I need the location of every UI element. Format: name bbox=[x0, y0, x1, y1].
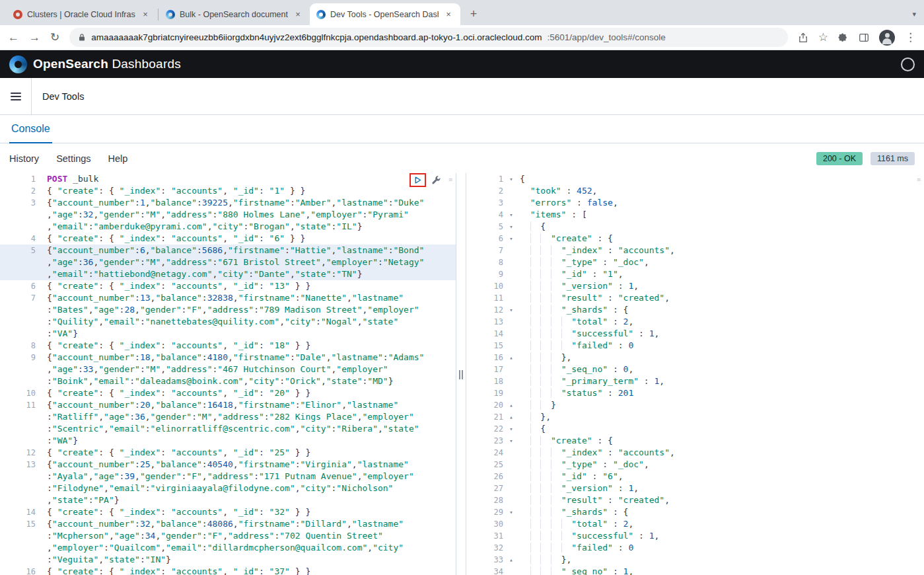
request-editor-line[interactable]: 12{ "create": { "_index": "accounts", "_… bbox=[0, 447, 456, 459]
request-editor-line[interactable]: ,"email":"amberduke@pyrami.com","city":"… bbox=[0, 221, 456, 233]
forward-icon[interactable]: → bbox=[29, 32, 40, 43]
request-editor-line[interactable]: :"Filodyne","email":"virginiaayala@filod… bbox=[0, 482, 456, 494]
request-editor-line[interactable]: 9{"account_number":18,"balance":4180,"fi… bbox=[0, 352, 456, 364]
request-editor-line[interactable]: 14{ "create": { "_index": "accounts", "_… bbox=[0, 506, 456, 518]
tab-search-chevron-icon[interactable]: ▾ bbox=[912, 10, 916, 19]
request-editor-line[interactable]: 6{ "create": { "_index": "accounts", "_i… bbox=[0, 280, 456, 292]
extensions-puzzle-icon[interactable] bbox=[838, 32, 849, 43]
browser-menu-icon[interactable]: ⋮ bbox=[905, 32, 916, 43]
request-editor-line[interactable]: :"Quility","email":"nanettebates@quility… bbox=[0, 316, 456, 328]
request-editor-line[interactable]: 8{ "create": { "_index": "accounts", "_i… bbox=[0, 340, 456, 352]
response-editor-line[interactable]: 27 "_version" : 1, bbox=[466, 482, 924, 494]
reload-icon[interactable]: ↻ bbox=[50, 32, 59, 43]
hamburger-menu-icon[interactable] bbox=[0, 78, 32, 114]
profile-avatar[interactable] bbox=[879, 30, 895, 46]
fold-toggle-icon[interactable]: ▴ bbox=[506, 554, 516, 566]
request-editor-line[interactable]: 16{ "create": { "_index": "accounts", "_… bbox=[0, 566, 456, 575]
request-editor-line[interactable]: 4{ "create": { "_index": "accounts", "_i… bbox=[0, 233, 456, 245]
resize-handle-icon[interactable] bbox=[459, 370, 463, 379]
response-editor-line[interactable]: 12▾ "_shards" : { bbox=[466, 304, 924, 316]
response-editor-line[interactable]: 25 "_type" : "_doc", bbox=[466, 459, 924, 471]
response-editor-line[interactable]: 3 "errors" : false, bbox=[466, 197, 924, 209]
fold-toggle-icon[interactable]: ▾ bbox=[506, 221, 516, 233]
response-editor-line[interactable]: 28 "result" : "created", bbox=[466, 494, 924, 506]
response-editor-line[interactable]: 33▴ }, bbox=[466, 554, 924, 566]
response-editor-line[interactable]: 10 "_version" : 1, bbox=[466, 280, 924, 292]
request-options-wrench-icon[interactable] bbox=[431, 175, 441, 185]
request-editor-line[interactable]: ,"age":36,"gender":"M","address":"671 Br… bbox=[0, 256, 456, 268]
response-editor-line[interactable]: 18 "_primary_term" : 1, bbox=[466, 375, 924, 387]
response-editor-line[interactable]: 4▾ "items" : [ bbox=[466, 209, 924, 221]
response-editor-line[interactable]: 5▾ { bbox=[466, 221, 924, 233]
new-tab-button[interactable]: + bbox=[464, 5, 483, 24]
menu-settings[interactable]: Settings bbox=[56, 153, 90, 164]
response-editor-line[interactable]: 20▴ } bbox=[466, 399, 924, 411]
theme-toggle-icon[interactable] bbox=[901, 58, 915, 71]
request-editor-line[interactable]: :"Bates","age":28,"gender":"F","address"… bbox=[0, 304, 456, 316]
request-editor-line[interactable]: ,"age":33,"gender":"M","address":"467 Hu… bbox=[0, 364, 456, 375]
split-resizer[interactable] bbox=[456, 173, 466, 575]
side-panel-icon[interactable] bbox=[859, 32, 869, 43]
fold-toggle-icon[interactable]: ▴ bbox=[506, 352, 516, 364]
request-editor-line[interactable]: :"VA"} bbox=[0, 328, 456, 340]
request-editor-line[interactable]: 3{"account_number":1,"balance":39225,"fi… bbox=[0, 197, 456, 209]
response-editor[interactable]: 1▾{2 "took" : 452,3 "errors" : false,4▾ … bbox=[466, 173, 924, 575]
response-editor-line[interactable]: 9 "_id" : "1", bbox=[466, 268, 924, 280]
request-editor-line[interactable]: :"Veguita","state":"IN"} bbox=[0, 554, 456, 566]
response-editor-line[interactable]: 29▾ "_shards" : { bbox=[466, 506, 924, 518]
send-request-play-button[interactable] bbox=[413, 175, 422, 185]
request-editor-line[interactable]: :"Boink","email":"daleadams@boink.com","… bbox=[0, 375, 456, 387]
response-editor-line[interactable]: 16▴ }, bbox=[466, 352, 924, 364]
browser-tab-clusters[interactable]: Clusters | Oracle Cloud Infrastr × bbox=[7, 3, 157, 25]
bookmark-star-icon[interactable]: ☆ bbox=[818, 32, 828, 43]
request-editor-line[interactable]: ,"age":32,"gender":"M","address":"880 Ho… bbox=[0, 209, 456, 221]
request-editor-line[interactable]: ,"email":"hattiebond@netagy.com","city":… bbox=[0, 268, 456, 280]
fold-toggle-icon[interactable]: ▴ bbox=[506, 411, 516, 423]
request-editor-line[interactable]: 11{"account_number":20,"balance":16418,"… bbox=[0, 399, 456, 411]
response-editor-line[interactable]: 23▾ "create" : { bbox=[466, 435, 924, 447]
response-editor-line[interactable]: 15 "failed" : 0 bbox=[466, 340, 924, 352]
close-tab-icon[interactable]: × bbox=[443, 9, 454, 20]
fold-toggle-icon[interactable]: ▾ bbox=[506, 233, 516, 245]
back-icon[interactable]: ← bbox=[8, 32, 19, 43]
response-editor-line[interactable]: 19 "status" : 201 bbox=[466, 387, 924, 399]
response-editor-line[interactable]: 21▴ }, bbox=[466, 411, 924, 423]
request-editor-line[interactable]: 5{"account_number":6,"balance":5686,"fir… bbox=[0, 245, 456, 256]
menu-history[interactable]: History bbox=[9, 153, 39, 164]
browser-tab-bulk-docs[interactable]: Bulk - OpenSearch documenta × bbox=[159, 3, 310, 25]
fold-toggle-icon[interactable]: ▾ bbox=[506, 304, 516, 316]
request-editor-line[interactable]: ,"employer":"Quailcom","email":"dillardm… bbox=[0, 542, 456, 554]
fold-toggle-icon[interactable]: ▾ bbox=[506, 173, 516, 185]
response-editor-line[interactable]: 17 "_seq_no" : 0, bbox=[466, 364, 924, 375]
share-icon[interactable] bbox=[798, 32, 808, 43]
fold-toggle-icon[interactable]: ▴ bbox=[506, 399, 516, 411]
response-editor-line[interactable]: 14 "successful" : 1, bbox=[466, 328, 924, 340]
request-editor-line[interactable]: 15{"account_number":32,"balance":48086,"… bbox=[0, 518, 456, 530]
request-editor-line[interactable]: :"Ayala","age":39,"gender":"F","address"… bbox=[0, 471, 456, 482]
response-editor-line[interactable]: 6▾ "create" : { bbox=[466, 233, 924, 245]
fold-toggle-icon[interactable]: ▾ bbox=[506, 435, 516, 447]
close-tab-icon[interactable]: × bbox=[140, 9, 151, 20]
menu-help[interactable]: Help bbox=[108, 153, 128, 164]
request-editor-line[interactable]: 10{ "create": { "_index": "accounts", "_… bbox=[0, 387, 456, 399]
fold-toggle-icon[interactable]: ▾ bbox=[506, 506, 516, 518]
request-editor-line[interactable]: 7{"account_number":13,"balance":32838,"f… bbox=[0, 292, 456, 304]
close-tab-icon[interactable]: × bbox=[293, 9, 303, 20]
response-editor-line[interactable]: 1▾{ bbox=[466, 173, 924, 185]
response-editor-line[interactable]: 26 "_id" : "6", bbox=[466, 471, 924, 482]
request-editor-line[interactable]: :"Ratliff","age":36,"gender":"M","addres… bbox=[0, 411, 456, 423]
response-editor-line[interactable]: 31 "successful" : 1, bbox=[466, 530, 924, 542]
fold-toggle-icon[interactable]: ▾ bbox=[506, 209, 516, 221]
response-editor-line[interactable]: 11 "result" : "created", bbox=[466, 292, 924, 304]
response-editor-line[interactable]: 2 "took" : 452, bbox=[466, 185, 924, 197]
request-editor-line[interactable]: 13{"account_number":25,"balance":40540,"… bbox=[0, 459, 456, 471]
address-bar[interactable]: amaaaaaaak7gbriatcnyireeuzbb6iiorgdxbn4u… bbox=[69, 28, 788, 47]
request-editor-line[interactable]: :"Mcpherson","age":34,"gender":"F","addr… bbox=[0, 530, 456, 542]
response-editor-line[interactable]: 8 "_type" : "_doc", bbox=[466, 256, 924, 268]
browser-tab-dev-tools[interactable]: Dev Tools - OpenSearch Dash × bbox=[310, 3, 460, 25]
request-editor-line[interactable]: :"WA"} bbox=[0, 435, 456, 447]
tab-console[interactable]: Console bbox=[9, 116, 52, 143]
request-editor-line[interactable]: :"Scentric","email":"elinorratliff@scent… bbox=[0, 423, 456, 435]
fold-toggle-icon[interactable]: ▾ bbox=[506, 423, 516, 435]
response-editor-line[interactable]: 34 "_seq_no" : 1, bbox=[466, 566, 924, 575]
